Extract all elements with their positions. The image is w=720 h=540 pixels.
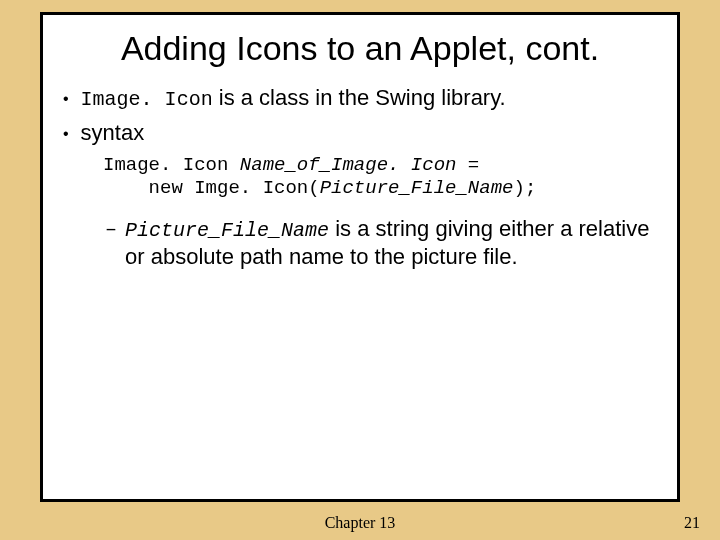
sub-bullet-item: – Picture_File_Name is a string giving e… bbox=[63, 215, 657, 271]
sub-bullet-text: Picture_File_Name is a string giving eit… bbox=[125, 215, 657, 271]
bullet-text: Image. Icon is a class in the Swing libr… bbox=[81, 84, 657, 113]
code-block: Image. Icon Name_of_Image. Icon = new Im… bbox=[63, 154, 657, 202]
code-line2-a: new Imge. Icon( bbox=[103, 177, 320, 199]
inline-code: Image. Icon bbox=[81, 88, 213, 111]
bullet-text-rest: is a class in the Swing library. bbox=[213, 85, 506, 110]
code-line1-a: Image. Icon bbox=[103, 154, 240, 176]
slide-body: • Image. Icon is a class in the Swing li… bbox=[43, 78, 677, 271]
inline-code: Picture_File_Name bbox=[125, 219, 329, 242]
bullet-text: syntax bbox=[81, 119, 657, 148]
code-line1-b: Name_of_Image. Icon bbox=[240, 154, 457, 176]
bullet-item-2: • syntax bbox=[63, 119, 657, 148]
bullet-item-1: • Image. Icon is a class in the Swing li… bbox=[63, 84, 657, 113]
bullet-dot-icon: • bbox=[63, 89, 69, 110]
slide-title: Adding Icons to an Applet, cont. bbox=[43, 15, 677, 78]
bullet-dot-icon: • bbox=[63, 124, 69, 145]
footer-chapter: Chapter 13 bbox=[0, 514, 720, 532]
code-line2-b: Picture_File_Name bbox=[320, 177, 514, 199]
dash-icon: – bbox=[105, 217, 117, 243]
code-line1-c: = bbox=[456, 154, 479, 176]
slide-frame: Adding Icons to an Applet, cont. • Image… bbox=[40, 12, 680, 502]
code-line2-c: ); bbox=[513, 177, 536, 199]
footer-page-number: 21 bbox=[684, 514, 700, 532]
